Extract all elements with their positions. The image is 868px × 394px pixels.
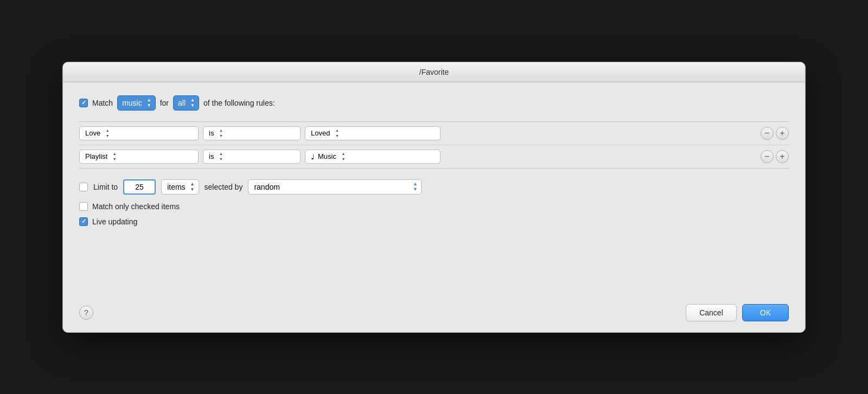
- title-bar: /Favorite: [63, 62, 805, 82]
- rule1-field-arrow-down: ▼: [104, 133, 111, 139]
- rule2-field-arrow-down: ▼: [111, 157, 118, 162]
- music-note-icon: ♩: [311, 152, 315, 161]
- rule2-field-stepper: ▲ ▼: [111, 151, 118, 162]
- rule1-field-arrow-up: ▲: [104, 128, 111, 133]
- rule2-field-select[interactable]: Playlist ▲ ▼: [79, 150, 199, 164]
- rule2-operator-value: is: [209, 152, 214, 160]
- rules-section: Love ▲ ▼ is ▲ ▼ Loved ▲: [79, 121, 789, 169]
- rule-row: Playlist ▲ ▼ is ▲ ▼ ♩ Music: [79, 145, 789, 168]
- rule1-op-arrow-up: ▲: [217, 128, 225, 133]
- random-select[interactable]: random ▲ ▼: [248, 179, 422, 195]
- checked-items-row: Match only checked items: [79, 202, 789, 211]
- dialog-body: Match music ▲ ▼ for all ▲ ▼ of the follo…: [63, 82, 805, 298]
- rule1-value-text: Loved: [311, 129, 330, 137]
- help-icon: ?: [84, 308, 88, 317]
- rule1-add-button[interactable]: +: [776, 127, 789, 140]
- rule1-operator-value: is: [209, 129, 214, 137]
- rule1-val-arrow-down: ▼: [333, 133, 341, 139]
- music-select-value: music: [122, 99, 142, 107]
- rule1-value-select[interactable]: Loved ▲ ▼: [305, 126, 441, 140]
- limit-input[interactable]: [123, 179, 156, 195]
- rule2-operator-select[interactable]: is ▲ ▼: [203, 150, 301, 164]
- limit-row: Limit to items ▲ ▼ selected by random ▲ …: [79, 179, 789, 195]
- match-label: Match: [92, 99, 113, 107]
- checked-items-label: Match only checked items: [92, 202, 180, 211]
- dialog-footer: ? Cancel OK: [63, 298, 805, 332]
- rule2-val-arrow-up: ▲: [340, 151, 347, 157]
- rule-row: Love ▲ ▼ is ▲ ▼ Loved ▲: [79, 122, 789, 145]
- rule2-operator-stepper: ▲ ▼: [217, 151, 225, 162]
- checked-items-checkbox[interactable]: [79, 202, 88, 211]
- random-arrow-down: ▼: [411, 187, 419, 192]
- random-select-value: random: [254, 183, 279, 191]
- items-arrow-up: ▲: [189, 182, 196, 187]
- items-select-value: items: [167, 183, 185, 191]
- match-row: Match music ▲ ▼ for all ▲ ▼ of the follo…: [79, 95, 789, 111]
- rule1-op-arrow-down: ▼: [217, 133, 225, 139]
- items-stepper: ▲ ▼: [189, 182, 196, 192]
- rule1-operator-stepper: ▲ ▼: [217, 128, 225, 139]
- live-updating-row: Live updating: [79, 217, 789, 226]
- rule1-val-arrow-up: ▲: [333, 128, 341, 133]
- of-label: of the following rules:: [203, 99, 275, 107]
- footer-buttons: Cancel OK: [686, 304, 789, 321]
- live-updating-label: Live updating: [92, 217, 137, 226]
- rule2-value-text: Music: [318, 152, 336, 160]
- for-label: for: [160, 99, 169, 107]
- all-select[interactable]: all ▲ ▼: [173, 95, 199, 111]
- music-stepper: ▲ ▼: [145, 98, 153, 108]
- rule1-field-value: Love: [85, 129, 100, 137]
- random-arrow-up: ▲: [411, 182, 419, 187]
- rule2-op-arrow-up: ▲: [217, 151, 225, 157]
- rule1-remove-button[interactable]: −: [761, 127, 774, 140]
- random-stepper: ▲ ▼: [411, 182, 419, 192]
- all-arrow-down: ▼: [189, 103, 196, 108]
- all-stepper: ▲ ▼: [189, 98, 196, 108]
- rule2-op-arrow-down: ▼: [217, 157, 225, 162]
- all-arrow-up: ▲: [189, 98, 196, 103]
- items-select[interactable]: items ▲ ▼: [161, 179, 199, 195]
- rule2-remove-button[interactable]: −: [761, 150, 774, 163]
- ok-button[interactable]: OK: [742, 304, 789, 321]
- rule2-field-arrow-up: ▲: [111, 151, 118, 157]
- limit-checkbox[interactable]: [79, 183, 88, 191]
- music-arrow-up: ▲: [145, 98, 153, 103]
- limit-to-label: Limit to: [93, 183, 118, 191]
- selected-by-label: selected by: [205, 183, 243, 191]
- rule2-actions: − +: [761, 150, 789, 163]
- rule2-add-button[interactable]: +: [776, 150, 789, 163]
- rule2-field-value: Playlist: [85, 152, 107, 160]
- rule1-value-stepper: ▲ ▼: [333, 128, 341, 139]
- match-checkbox[interactable]: [79, 99, 88, 107]
- rule1-field-select[interactable]: Love ▲ ▼: [79, 126, 199, 140]
- rule1-field-stepper: ▲ ▼: [104, 128, 111, 139]
- rule2-value-stepper: ▲ ▼: [340, 151, 347, 162]
- dialog-title: /Favorite: [419, 68, 449, 76]
- all-select-value: all: [178, 99, 186, 107]
- rule2-val-arrow-down: ▼: [340, 157, 347, 162]
- rule2-value-select[interactable]: ♩ Music ▲ ▼: [305, 150, 441, 164]
- items-arrow-down: ▼: [189, 187, 196, 192]
- music-select[interactable]: music ▲ ▼: [117, 95, 156, 111]
- rule1-actions: − +: [761, 127, 789, 140]
- rule1-operator-select[interactable]: is ▲ ▼: [203, 126, 301, 140]
- music-arrow-down: ▼: [145, 103, 153, 108]
- live-updating-checkbox[interactable]: [79, 217, 88, 226]
- cancel-button[interactable]: Cancel: [686, 304, 737, 321]
- dialog: /Favorite Match music ▲ ▼ for all ▲ ▼: [62, 62, 806, 333]
- help-button[interactable]: ?: [79, 306, 93, 320]
